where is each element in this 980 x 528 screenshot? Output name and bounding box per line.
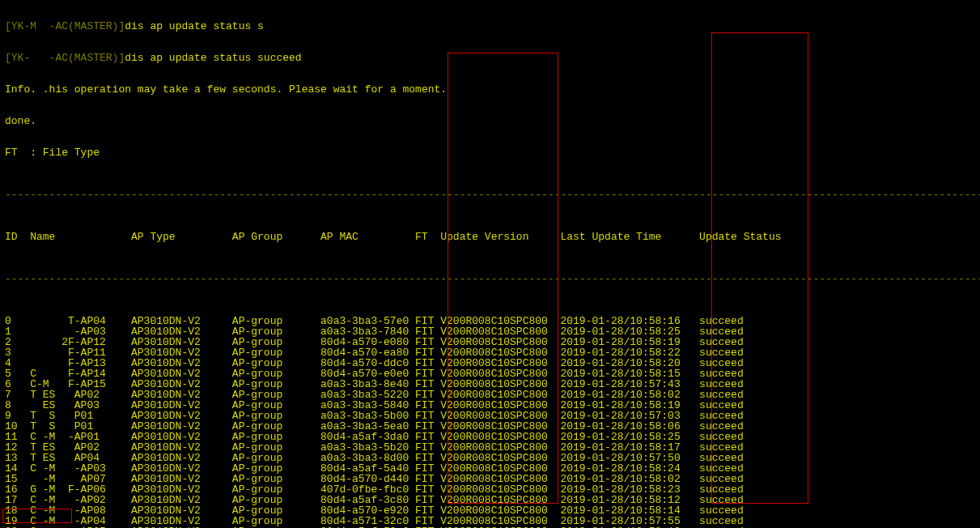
hdr-time: Last Update Time <box>560 232 699 242</box>
divider-top: ----------------------------------------… <box>5 189 975 200</box>
prompt-1: [YK-M -AC(MASTER)] <box>5 20 125 32</box>
hdr-id: ID <box>5 232 30 242</box>
hdr-mac: AP MAC <box>320 232 415 242</box>
hdr-group: AP Group <box>232 232 320 242</box>
hdr-ft: FT <box>415 232 440 242</box>
prompt-line-2: [YK- -AC(MASTER)]dis ap update status su… <box>5 53 975 63</box>
table-header: IDNameAP TypeAP GroupAP MACFTUpdate Vers… <box>5 232 975 242</box>
done-line: done. <box>5 116 975 126</box>
hdr-stat: Update Status <box>699 232 787 242</box>
hdr-name: Name <box>30 232 131 242</box>
prompt-line-1: [YK-M -AC(MASTER)]dis ap update status s <box>5 21 975 32</box>
cmd-2: dis ap update status succeed <box>125 52 301 64</box>
divider-mid: ----------------------------------------… <box>5 274 975 284</box>
table-body: 0 T-AP04 AP3010DN-V2 AP-group a0a3-3ba3-… <box>5 316 975 528</box>
hdr-ver: Update Version <box>440 232 560 242</box>
ft-line: FT : File Type <box>5 147 975 158</box>
hdr-type: AP Type <box>131 232 232 242</box>
cmd-1: dis ap update status s <box>125 20 264 32</box>
info-line: Info. .his operation may take a few seco… <box>5 84 975 95</box>
terminal-screen[interactable]: [YK-M -AC(MASTER)]dis ap update status s… <box>0 0 980 528</box>
prompt-2: [YK- -AC(MASTER)] <box>5 52 125 64</box>
